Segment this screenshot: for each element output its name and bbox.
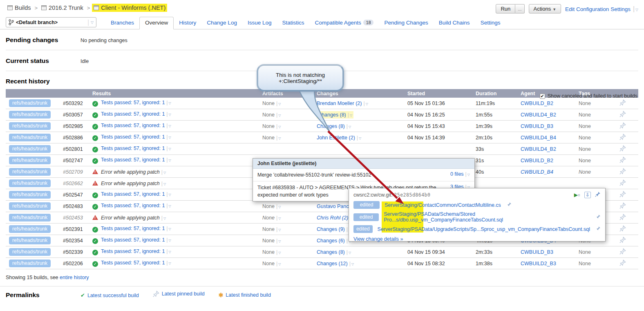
permalink-link[interactable]: Latest successful build: [87, 293, 139, 298]
pin-icon[interactable]: [619, 134, 626, 140]
entire-history-link[interactable]: entire history: [60, 275, 89, 280]
tab-statistics[interactable]: Statistics: [277, 17, 309, 29]
build-result-link[interactable]: Tests passed: 57, ignored: 1: [101, 226, 165, 231]
dropdown-toggle-icon[interactable]: |▽: [276, 249, 281, 255]
pin-icon[interactable]: [619, 237, 626, 243]
artifacts-value[interactable]: None: [262, 101, 275, 106]
dropdown-toggle-icon[interactable]: |▽: [276, 238, 281, 244]
pin-icon[interactable]: [619, 111, 626, 117]
download-patch-icon[interactable]: ⇩: [584, 192, 591, 198]
pin-icon[interactable]: [619, 191, 626, 197]
dropdown-toggle-icon[interactable]: |▽: [276, 215, 281, 221]
dropdown-toggle-icon[interactable]: |▽: [276, 204, 281, 209]
agent-link[interactable]: CWBUILD_B3: [521, 249, 553, 255]
run-build-with-change-icon[interactable]: ▶≡: [574, 192, 580, 198]
build-result-link[interactable]: Tests passed: 57, ignored: 1: [101, 100, 165, 105]
changes-link[interactable]: John Estilette (2): [317, 135, 355, 141]
dropdown-toggle-icon[interactable]: |▽: [166, 237, 171, 243]
dropdown-toggle-icon[interactable]: |▽: [347, 123, 351, 129]
build-result-link[interactable]: Tests passed: 57, ignored: 1: [101, 145, 165, 151]
tab-settings[interactable]: Settings: [475, 17, 506, 29]
dropdown-toggle-icon[interactable]: |▽: [166, 248, 171, 254]
breadcrumb-link[interactable]: Builds: [15, 4, 31, 11]
dropdown-toggle-icon[interactable]: |▽: [276, 135, 281, 141]
run-options-button[interactable]: ...: [515, 4, 524, 13]
artifacts-value[interactable]: None: [262, 123, 275, 129]
dropdown-toggle-icon[interactable]: |▽: [166, 111, 171, 117]
pin-icon[interactable]: [619, 260, 626, 266]
view-change-details-link[interactable]: View change details »: [353, 236, 403, 242]
changes-link[interactable]: Chris Rohl (2): [317, 215, 348, 221]
tab-issue-log[interactable]: Issue Log: [242, 17, 277, 29]
dropdown-toggle-icon[interactable]: |▽: [166, 100, 171, 105]
tab-build-chains[interactable]: Build Chains: [434, 17, 475, 29]
pin-icon[interactable]: [619, 168, 626, 175]
artifacts-value[interactable]: None: [262, 215, 275, 221]
open-in-ide-icon[interactable]: [507, 202, 512, 208]
tab-compatible-agents[interactable]: Compatible Agents18: [309, 17, 379, 29]
pin-icon[interactable]: [619, 248, 626, 255]
show-canceled-checkbox[interactable]: ✔: [540, 94, 545, 99]
dropdown-toggle-icon[interactable]: |▽: [347, 249, 351, 255]
breadcrumb-link[interactable]: Client - Winforms (.NET): [101, 4, 165, 11]
dropdown-toggle-icon[interactable]: |▽: [276, 226, 281, 232]
edit-configuration-link[interactable]: Edit Configuration Settings: [565, 6, 631, 12]
build-result-link[interactable]: Tests passed: 57, ignored: 1: [101, 111, 165, 117]
pin-icon[interactable]: [619, 214, 626, 220]
agent-link[interactable]: CWBUILD2_B3: [521, 261, 556, 266]
artifacts-value[interactable]: None: [262, 226, 275, 232]
pin-icon[interactable]: [619, 202, 626, 209]
dropdown-toggle-icon[interactable]: |▽: [465, 171, 470, 177]
dropdown-toggle-icon[interactable]: |▽: [363, 101, 368, 106]
agent-link[interactable]: CWBUILD_B2: [521, 158, 553, 163]
build-result-link[interactable]: Tests passed: 57, ignored: 1: [101, 260, 165, 266]
files-count-link[interactable]: 0 files: [450, 171, 464, 177]
dropdown-toggle-icon[interactable]: |▽: [166, 260, 171, 266]
dropdown-toggle-icon[interactable]: |▽: [166, 203, 171, 208]
build-result-link[interactable]: Tests passed: 57, ignored: 1: [101, 248, 165, 254]
tab-overview[interactable]: Overview: [139, 17, 174, 29]
pin-icon[interactable]: [619, 179, 626, 186]
dropdown-toggle-icon[interactable]: |▽: [166, 145, 171, 151]
open-in-ide-icon[interactable]: [596, 226, 601, 232]
agent-link[interactable]: CWBUILD4_B2: [521, 146, 556, 152]
dropdown-toggle-icon[interactable]: |▽: [166, 123, 171, 128]
pin-icon[interactable]: [619, 122, 626, 129]
dropdown-toggle-icon[interactable]: |▽: [161, 181, 166, 186]
pin-icon[interactable]: [619, 99, 626, 106]
changes-link[interactable]: Changes (8): [317, 249, 345, 255]
pin-icon[interactable]: [619, 145, 626, 152]
artifacts-value[interactable]: None: [262, 112, 275, 118]
dropdown-toggle-icon[interactable]: |▽: [276, 123, 281, 129]
artifacts-value[interactable]: None: [262, 261, 275, 266]
dropdown-toggle-icon[interactable]: |▽: [348, 112, 352, 118]
changes-link[interactable]: Changes (12): [317, 261, 348, 266]
agent-link[interactable]: CWBUILD_B3: [521, 123, 553, 129]
permalink-link[interactable]: Latest pinned build: [162, 291, 205, 297]
dropdown-toggle-icon[interactable]: |▽: [276, 101, 281, 106]
dropdown-toggle-icon[interactable]: |▽: [357, 135, 361, 141]
build-result-link[interactable]: Tests passed: 57, ignored: 1: [101, 237, 165, 243]
agent-link[interactable]: CWBUILD_B4: [521, 169, 553, 175]
changes-link[interactable]: Changes (8): [317, 123, 345, 129]
tab-change-log[interactable]: Change Log: [201, 17, 242, 29]
build-result-link[interactable]: Tests passed: 57, ignored: 1: [101, 134, 165, 140]
breadcrumb-link[interactable]: 2016.2 Trunk: [49, 4, 83, 11]
file-path-link[interactable]: ServerStaging/ContactCommon/ContactMulti…: [385, 202, 501, 208]
tab-history[interactable]: History: [174, 17, 201, 29]
artifacts-value[interactable]: None: [262, 135, 275, 141]
dropdown-toggle-icon[interactable]: |▽: [166, 134, 171, 140]
dropdown-toggle-icon[interactable]: |▽: [276, 261, 281, 266]
run-button[interactable]: Run: [496, 4, 515, 13]
changes-link[interactable]: Changes (9): [317, 226, 345, 232]
actions-button[interactable]: Actions▼: [529, 4, 561, 13]
artifacts-value[interactable]: None: [262, 204, 275, 209]
file-path-link[interactable]: ServerStaging/PSAData/Schema/Stored Pro.…: [384, 211, 590, 223]
artifacts-value[interactable]: None: [262, 238, 275, 244]
dropdown-toggle-icon[interactable]: |▽: [166, 191, 171, 197]
pin-icon[interactable]: [153, 291, 159, 297]
artifacts-value[interactable]: None: [262, 249, 275, 255]
pin-icon[interactable]: [619, 225, 626, 232]
agent-link[interactable]: CWBUILD_B2: [521, 101, 553, 106]
agent-link[interactable]: CWBUILD4_B2: [521, 112, 556, 118]
